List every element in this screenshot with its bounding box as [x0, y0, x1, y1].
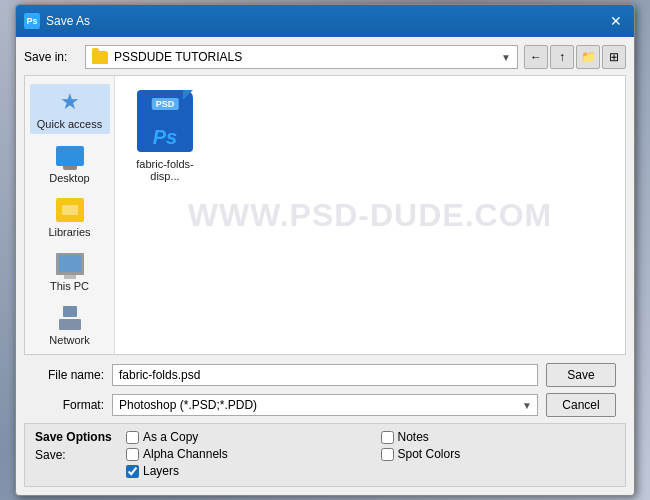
- format-select[interactable]: Photoshop (*.PSD;*.PDD): [112, 394, 538, 416]
- dropdown-arrow-icon: ▼: [501, 52, 511, 63]
- spot-colors-checkbox[interactable]: [381, 448, 394, 461]
- psd-fold: [183, 90, 193, 100]
- sidebar-label-desktop: Desktop: [49, 172, 89, 184]
- new-folder-button[interactable]: 📁: [576, 45, 600, 69]
- quick-access-icon: ★: [54, 88, 86, 116]
- checkbox-layers[interactable]: Layers: [126, 464, 361, 478]
- psd-badge: PSD: [152, 98, 179, 110]
- dialog-title: Save As: [46, 14, 90, 28]
- libraries-icon-container: [54, 196, 86, 224]
- save-in-value: PSSDUDE TUTORIALS: [114, 50, 495, 64]
- sidebar-item-libraries[interactable]: Libraries: [30, 192, 110, 242]
- checkbox-spot-colors[interactable]: Spot Colors: [381, 447, 616, 461]
- format-select-wrap: Photoshop (*.PSD;*.PDD) ▼: [112, 394, 538, 416]
- save-in-bar: Save in: PSSDUDE TUTORIALS ▼ ← ↑ 📁 ⊞: [24, 45, 626, 69]
- layers-label: Layers: [143, 464, 179, 478]
- as-a-copy-label: As a Copy: [143, 430, 198, 444]
- sidebar-item-quick-access[interactable]: ★ Quick access: [30, 84, 110, 134]
- desktop-icon-container: [54, 142, 86, 170]
- save-in-dropdown[interactable]: PSSDUDE TUTORIALS ▼: [85, 45, 518, 69]
- close-button[interactable]: ✕: [606, 11, 626, 31]
- sidebar: ★ Quick access Desktop Libraries: [25, 76, 115, 354]
- format-row: Format: Photoshop (*.PSD;*.PDD) ▼ Cancel: [34, 393, 616, 417]
- checkboxes-grid: As a Copy Notes Alpha Channels Spot Colo…: [126, 430, 615, 478]
- alpha-channels-label: Alpha Channels: [143, 447, 228, 461]
- libraries-icon: [56, 198, 84, 222]
- checkbox-notes[interactable]: Notes: [381, 430, 616, 444]
- save-button[interactable]: Save: [546, 363, 616, 387]
- save-options-title: Save Options: [35, 430, 120, 444]
- filename-label: File name:: [34, 368, 104, 382]
- notes-checkbox[interactable]: [381, 431, 394, 444]
- back-button[interactable]: ←: [524, 45, 548, 69]
- nav-buttons: ← ↑ 📁 ⊞: [524, 45, 626, 69]
- main-area: ★ Quick access Desktop Libraries: [24, 75, 626, 355]
- psd-file-icon: PSD Ps: [135, 90, 195, 155]
- desktop-icon: [56, 146, 84, 166]
- ps-icon: Ps: [24, 13, 40, 29]
- cancel-button[interactable]: Cancel: [546, 393, 616, 417]
- alpha-channels-checkbox[interactable]: [126, 448, 139, 461]
- save-in-label: Save in:: [24, 50, 79, 64]
- watermark: WWW.PSD-DUDE.COM: [188, 197, 552, 234]
- save-as-dialog: Ps Save As ✕ Save in: PSSDUDE TUTORIALS …: [15, 4, 635, 496]
- sidebar-label-this-pc: This PC: [50, 280, 89, 292]
- title-bar: Ps Save As ✕: [16, 5, 634, 37]
- title-bar-left: Ps Save As: [24, 13, 90, 29]
- checkbox-as-a-copy[interactable]: As a Copy: [126, 430, 361, 444]
- dialog-body: Save in: PSSDUDE TUTORIALS ▼ ← ↑ 📁 ⊞ ★: [16, 37, 634, 495]
- file-item-psd[interactable]: PSD Ps fabric-folds-disp...: [125, 86, 205, 186]
- network-icon-container: [54, 304, 86, 332]
- this-pc-icon-container: [54, 250, 86, 278]
- up-button[interactable]: ↑: [550, 45, 574, 69]
- sidebar-item-this-pc[interactable]: This PC: [30, 246, 110, 296]
- sidebar-label-libraries: Libraries: [48, 226, 90, 238]
- save-options-row: Save Options Save: As a Copy Notes Alpha…: [35, 430, 615, 478]
- filename-input[interactable]: [112, 364, 538, 386]
- sidebar-item-desktop[interactable]: Desktop: [30, 138, 110, 188]
- filename-row: File name: Save: [34, 363, 616, 387]
- checkbox-alpha-channels[interactable]: Alpha Channels: [126, 447, 361, 461]
- form-area: File name: Save Format: Photoshop (*.PSD…: [24, 355, 626, 417]
- file-name-label: fabric-folds-disp...: [129, 158, 201, 182]
- spot-colors-label: Spot Colors: [398, 447, 461, 461]
- view-button[interactable]: ⊞: [602, 45, 626, 69]
- format-label: Format:: [34, 398, 104, 412]
- layers-checkbox[interactable]: [126, 465, 139, 478]
- notes-label: Notes: [398, 430, 429, 444]
- sidebar-label-network: Network: [49, 334, 89, 346]
- this-pc-icon: [56, 253, 84, 275]
- network-icon: [55, 306, 85, 330]
- folder-icon: [92, 51, 108, 64]
- save-options-save-label: Save:: [35, 448, 66, 462]
- save-options-panel: Save Options Save: As a Copy Notes Alpha…: [24, 423, 626, 487]
- file-area: WWW.PSD-DUDE.COM PSD Ps fabric-folds-dis…: [115, 76, 625, 354]
- sidebar-label-quick-access: Quick access: [37, 118, 102, 130]
- as-a-copy-checkbox[interactable]: [126, 431, 139, 444]
- sidebar-item-network[interactable]: Network: [30, 300, 110, 350]
- ps-big-icon: Ps: [153, 126, 177, 149]
